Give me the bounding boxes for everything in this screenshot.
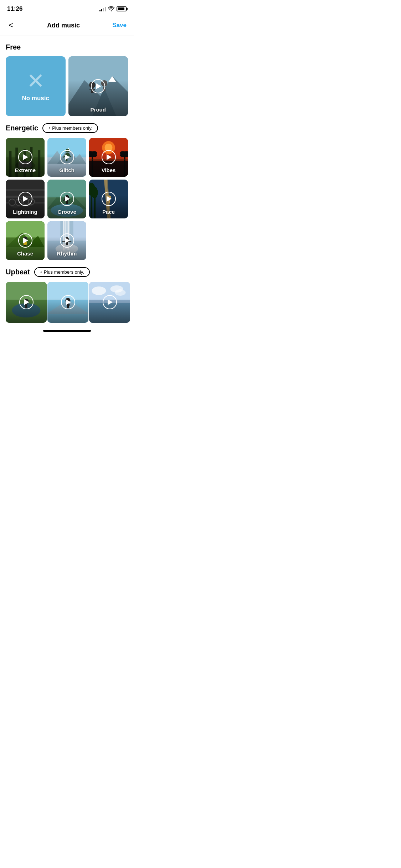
lightning-label: Lightning [6, 209, 45, 215]
energetic-badge-label: Plus members only. [52, 125, 92, 131]
proud-card[interactable]: Proud [68, 56, 128, 116]
main-content: Free ✕ No music [0, 43, 134, 323]
energetic-plus-badge[interactable]: ♪ Plus members only. [42, 123, 98, 133]
play-triangle-icon [96, 83, 101, 89]
back-button[interactable]: < [7, 19, 15, 31]
glitch-label: Glitch [47, 167, 86, 173]
music-note-icon: ♪ [48, 125, 50, 130]
free-grid: ✕ No music [6, 56, 128, 116]
status-icons [99, 6, 127, 11]
upbeat-plus-badge[interactable]: ♪ Plus members only. [34, 267, 90, 277]
upbeat-card-3[interactable] [89, 282, 130, 323]
rhythm-play[interactable] [60, 233, 74, 248]
status-bar: 11:26 [0, 0, 134, 16]
chase-card[interactable]: Chase [6, 221, 45, 260]
vibes-play[interactable] [102, 150, 116, 164]
upbeat-card-1[interactable] [6, 282, 47, 323]
section-upbeat-title: Upbeat [6, 268, 30, 276]
glitch-play[interactable] [60, 150, 74, 164]
extreme-label: Extreme [6, 167, 45, 173]
glitch-card[interactable]: Glitch [47, 138, 86, 177]
pace-play[interactable] [102, 192, 116, 206]
home-indicator [43, 330, 91, 332]
upbeat-badge-label: Plus members only. [44, 269, 84, 275]
section-free-title: Free [6, 43, 21, 51]
pace-card[interactable]: Pace [89, 180, 128, 218]
rhythm-label: Rhythm [47, 250, 86, 257]
lightning-play[interactable] [18, 192, 32, 206]
section-upbeat-header: Upbeat ♪ Plus members only. [6, 267, 128, 277]
x-icon: ✕ [27, 71, 45, 92]
section-energetic-title: Energetic [6, 124, 38, 132]
battery-icon [117, 6, 127, 11]
page-title: Add music [47, 22, 80, 29]
vibes-card[interactable]: Vibes [89, 138, 128, 177]
no-music-label: No music [22, 95, 49, 102]
section-energetic-header: Energetic ♪ Plus members only. [6, 123, 128, 133]
extreme-card[interactable]: Extreme [6, 138, 45, 177]
upbeat-grid [6, 282, 128, 323]
signal-icon [99, 6, 106, 11]
section-free: Free ✕ No music [6, 43, 128, 116]
lightning-card[interactable]: Lightning [6, 180, 45, 218]
upbeat-music-note-icon: ♪ [40, 269, 42, 274]
section-energetic: Energetic ♪ Plus members only. [6, 123, 128, 260]
upbeat2-play[interactable] [61, 295, 75, 309]
groove-play[interactable] [60, 192, 74, 206]
section-upbeat: Upbeat ♪ Plus members only. [6, 267, 128, 323]
chase-label: Chase [6, 250, 45, 257]
chase-play[interactable] [18, 233, 32, 248]
play-button[interactable] [91, 79, 105, 93]
pace-label: Pace [89, 209, 128, 215]
proud-label: Proud [68, 107, 128, 113]
rhythm-card[interactable]: Rhythm [47, 221, 86, 260]
no-music-card[interactable]: ✕ No music [6, 56, 66, 116]
nav-header: < Add music Save [0, 16, 134, 36]
groove-label: Groove [47, 209, 86, 215]
energetic-grid: Extreme [6, 138, 128, 260]
extreme-play[interactable] [18, 150, 32, 164]
upbeat-card-2[interactable] [47, 282, 88, 323]
wifi-icon [108, 6, 114, 11]
status-time: 11:26 [7, 5, 22, 12]
vibes-label: Vibes [89, 167, 128, 173]
save-button[interactable]: Save [112, 22, 127, 29]
upbeat1-play[interactable] [19, 295, 34, 309]
section-free-header: Free [6, 43, 128, 51]
upbeat3-play[interactable] [103, 295, 117, 309]
groove-card[interactable]: Groove [47, 180, 86, 218]
